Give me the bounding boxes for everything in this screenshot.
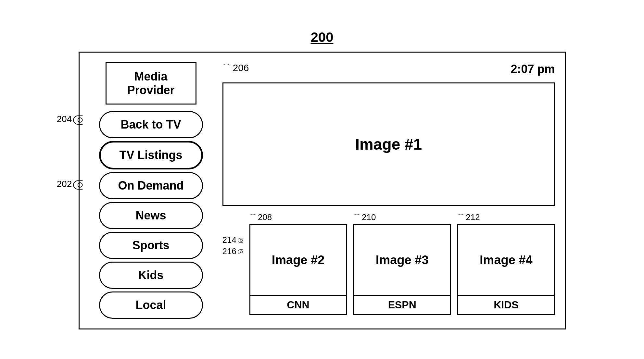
nav-btn-sports[interactable]: Sports bbox=[99, 232, 203, 259]
thumbnail-1: ⌒ 208 Image #2 CNN bbox=[249, 212, 347, 315]
ref-216: 216 ⟃ bbox=[222, 246, 243, 256]
channel-label-espn: ESPN bbox=[353, 296, 451, 315]
channel-label-cnn: CNN bbox=[249, 296, 347, 315]
main-container: Media Provider 204 ⟃ Back to TV TV Listi… bbox=[79, 52, 566, 329]
side-refs: 214 ⟃ 216 ⟃ bbox=[222, 212, 243, 256]
main-image-box: Image #1 bbox=[222, 82, 555, 206]
thumb-image-3: Image #4 bbox=[457, 224, 555, 296]
sidebar: Media Provider 204 ⟃ Back to TV TV Listi… bbox=[89, 62, 213, 319]
nav-btn-on-demand[interactable]: On Demand bbox=[99, 172, 203, 199]
thumb-ref-210: ⌒ 210 bbox=[353, 212, 451, 222]
nav-btn-back-to-tv[interactable]: Back to TV bbox=[99, 111, 203, 138]
ref-214: 214 ⟃ bbox=[222, 235, 243, 245]
page-wrapper: 200 Media Provider 204 ⟃ Back to TV TV L… bbox=[62, 30, 582, 329]
thumb-image-2: Image #3 bbox=[353, 224, 451, 296]
channel-label-kids: KIDS bbox=[457, 296, 555, 315]
nav-btn-news[interactable]: News bbox=[99, 202, 203, 229]
nav-btn-local[interactable]: Local bbox=[99, 291, 203, 319]
diagram-title: 200 bbox=[310, 30, 333, 45]
content-area: ⌒ 206 2:07 pm Image #1 214 ⟃ 216 bbox=[222, 62, 555, 319]
thumb-image-1: Image #2 bbox=[249, 224, 347, 296]
media-provider-box: Media Provider bbox=[106, 62, 196, 105]
thumb-ref-208: ⌒ 208 bbox=[249, 212, 347, 222]
thumbnail-3: ⌒ 212 Image #4 KIDS bbox=[457, 212, 555, 315]
time-display: 2:07 pm bbox=[511, 62, 555, 76]
nav-btn-kids[interactable]: Kids bbox=[99, 262, 203, 289]
nav-btn-tv-listings[interactable]: TV Listings bbox=[99, 141, 203, 169]
main-image-ref: ⌒ 206 bbox=[222, 62, 249, 73]
thumbnails-area: 214 ⟃ 216 ⟃ ⌒ 208 Image #2 bbox=[222, 212, 555, 315]
thumbnail-2: ⌒ 210 Image #3 ESPN bbox=[353, 212, 451, 315]
thumb-ref-212: ⌒ 212 bbox=[457, 212, 555, 222]
annotation-204-label: 204 bbox=[57, 114, 72, 124]
annotation-202: 202 ⟃ bbox=[57, 176, 83, 192]
annotation-202-label: 202 bbox=[57, 179, 72, 189]
annotation-204: 204 ⟃ bbox=[57, 111, 83, 127]
top-row: ⌒ 206 2:07 pm bbox=[222, 62, 555, 76]
